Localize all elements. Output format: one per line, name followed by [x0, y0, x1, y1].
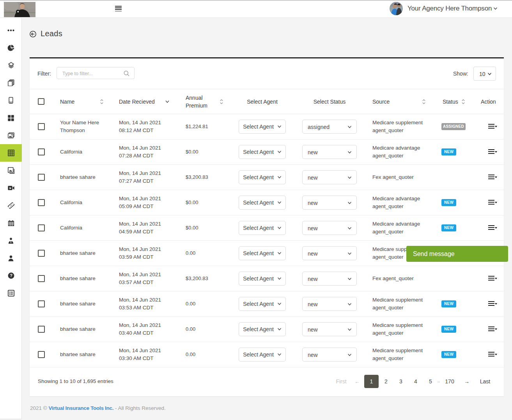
svg-text:?: ? [10, 273, 12, 278]
